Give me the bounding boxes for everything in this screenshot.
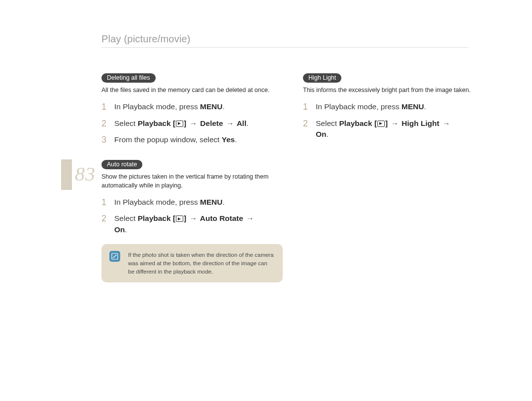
svg-line-1 <box>113 255 117 258</box>
section-deleting-all-files: Deleting all files All the files saved i… <box>101 73 283 146</box>
section-pill: Deleting all files <box>101 73 156 83</box>
section-pill: High Light <box>303 73 341 83</box>
step-number: 1 <box>303 101 312 113</box>
steps-list: 1 In Playback mode, press MENU. 2 Select… <box>303 101 484 140</box>
step-item: 2 Select Playback [] → Delete → All. <box>101 118 283 129</box>
page-title: Play (picture/movie) <box>101 33 191 45</box>
step-number: 2 <box>101 213 110 224</box>
manual-page: Play (picture/movie) 83 Deleting all fil… <box>0 0 532 401</box>
section-high-light: High Light This informs the excessively … <box>303 73 484 140</box>
step-text: Select Playback [] → Auto Rotate →On. <box>114 213 283 235</box>
step-text: From the popup window, select Yes. <box>114 134 283 145</box>
steps-list: 1 In Playback mode, press MENU. 2 Select… <box>101 101 283 146</box>
playback-icon <box>176 216 183 222</box>
step-text: Select Playback [] → Delete → All. <box>114 118 283 129</box>
note-box: If the photo shot is taken when the dire… <box>101 244 283 282</box>
step-item: 1 In Playback mode, press MENU. <box>303 101 484 113</box>
step-number: 2 <box>101 118 110 129</box>
step-text: Select Playback [] → High Light →On. <box>316 118 484 140</box>
section-desc: This informs the excessively bright part… <box>303 86 484 94</box>
step-item: 3 From the popup window, select Yes. <box>101 134 283 146</box>
step-item: 1 In Playback mode, press MENU. <box>101 101 283 113</box>
step-text: In Playback mode, press MENU. <box>114 101 283 112</box>
step-number: 1 <box>101 197 110 208</box>
section-auto-rotate: Auto rotate Show the pictures taken in t… <box>101 159 283 235</box>
section-pill: Auto rotate <box>101 160 142 169</box>
page-number: 83 <box>75 162 96 185</box>
step-text: In Playback mode, press MENU. <box>114 197 283 208</box>
section-desc: Show the pictures taken in the vertical … <box>101 173 283 190</box>
steps-list: 1 In Playback mode, press MENU. 2 Select… <box>101 197 283 235</box>
step-item: 1 In Playback mode, press MENU. <box>101 197 283 208</box>
step-item: 2 Select Playback [] → Auto Rotate →On. <box>101 213 283 235</box>
step-text: In Playback mode, press MENU. <box>316 101 484 112</box>
header-divider <box>101 47 468 48</box>
note-icon <box>109 251 120 262</box>
playback-icon <box>176 121 183 127</box>
step-number: 2 <box>303 118 312 129</box>
step-number: 3 <box>101 134 110 146</box>
left-column: Deleting all files All the files saved i… <box>101 73 283 282</box>
playback-icon <box>377 121 385 127</box>
side-tab <box>61 159 72 190</box>
right-column: High Light This informs the excessively … <box>303 73 484 154</box>
step-item: 2 Select Playback [] → High Light →On. <box>303 118 484 140</box>
note-text: If the photo shot is taken when the dire… <box>128 252 273 274</box>
step-number: 1 <box>101 101 110 113</box>
section-desc: All the files saved in the memory card c… <box>101 86 283 94</box>
